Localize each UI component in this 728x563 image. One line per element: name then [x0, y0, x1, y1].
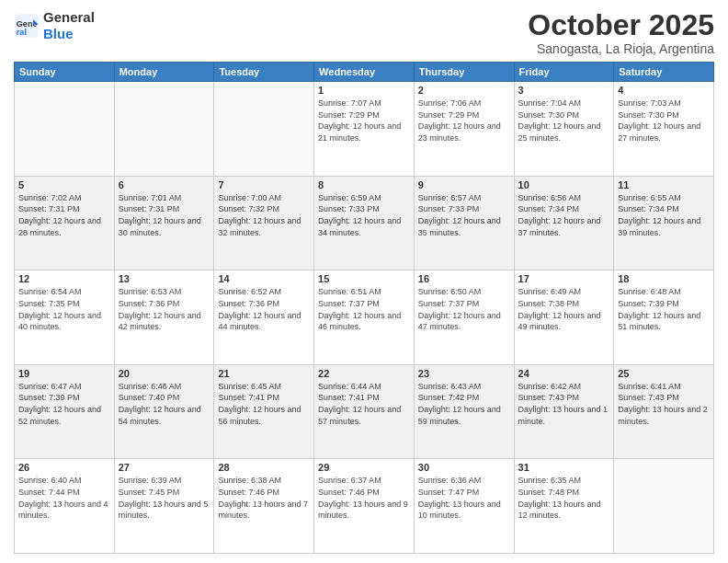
logo-icon: Gene ral	[14, 13, 40, 39]
calendar-week-row: 19Sunrise: 6:47 AM Sunset: 7:39 PM Dayli…	[15, 364, 714, 459]
month-title: October 2025	[528, 9, 714, 41]
day-number: 25	[618, 368, 710, 379]
col-thursday: Thursday	[414, 63, 514, 82]
day-info: Sunrise: 7:02 AM Sunset: 7:31 PM Dayligh…	[18, 192, 110, 238]
table-row: 28Sunrise: 6:38 AM Sunset: 7:46 PM Dayli…	[214, 459, 314, 554]
calendar-week-row: 1Sunrise: 7:07 AM Sunset: 7:29 PM Daylig…	[15, 82, 714, 177]
day-info: Sunrise: 7:01 AM Sunset: 7:31 PM Dayligh…	[119, 192, 210, 238]
day-number: 16	[418, 273, 510, 284]
logo-text: General Blue	[43, 9, 95, 42]
day-info: Sunrise: 6:57 AM Sunset: 7:33 PM Dayligh…	[418, 192, 510, 238]
table-row: 19Sunrise: 6:47 AM Sunset: 7:39 PM Dayli…	[15, 364, 115, 459]
table-row: 23Sunrise: 6:43 AM Sunset: 7:42 PM Dayli…	[414, 364, 514, 459]
day-number: 12	[18, 273, 110, 284]
table-row: 3Sunrise: 7:04 AM Sunset: 7:30 PM Daylig…	[514, 82, 614, 177]
col-wednesday: Wednesday	[314, 63, 415, 82]
table-row: 8Sunrise: 6:59 AM Sunset: 7:33 PM Daylig…	[314, 176, 415, 270]
table-row	[614, 459, 714, 554]
table-row: 26Sunrise: 6:40 AM Sunset: 7:44 PM Dayli…	[15, 459, 115, 554]
day-number: 22	[318, 368, 410, 379]
location-subtitle: Sanogasta, La Rioja, Argentina	[528, 41, 714, 56]
day-info: Sunrise: 7:06 AM Sunset: 7:29 PM Dayligh…	[418, 98, 510, 144]
day-info: Sunrise: 6:48 AM Sunset: 7:39 PM Dayligh…	[618, 286, 710, 332]
calendar-week-row: 12Sunrise: 6:54 AM Sunset: 7:35 PM Dayli…	[15, 270, 714, 365]
col-friday: Friday	[514, 63, 614, 82]
header: Gene ral General Blue October 2025 Sanog…	[14, 9, 714, 56]
day-number: 9	[418, 179, 510, 190]
day-info: Sunrise: 6:49 AM Sunset: 7:38 PM Dayligh…	[518, 286, 610, 332]
table-row	[114, 82, 214, 177]
day-info: Sunrise: 6:39 AM Sunset: 7:45 PM Dayligh…	[119, 475, 210, 521]
day-info: Sunrise: 6:38 AM Sunset: 7:46 PM Dayligh…	[218, 475, 310, 521]
day-number: 7	[218, 179, 310, 190]
calendar-week-row: 26Sunrise: 6:40 AM Sunset: 7:44 PM Dayli…	[15, 459, 714, 554]
day-number: 8	[318, 179, 410, 190]
day-number: 30	[418, 462, 510, 473]
table-row: 12Sunrise: 6:54 AM Sunset: 7:35 PM Dayli…	[15, 270, 115, 365]
table-row: 17Sunrise: 6:49 AM Sunset: 7:38 PM Dayli…	[514, 270, 614, 365]
col-sunday: Sunday	[15, 63, 115, 82]
day-number: 10	[518, 179, 610, 190]
calendar-header-row: Sunday Monday Tuesday Wednesday Thursday…	[15, 63, 714, 82]
logo: Gene ral General Blue	[14, 9, 95, 42]
day-info: Sunrise: 6:43 AM Sunset: 7:42 PM Dayligh…	[418, 381, 510, 427]
day-info: Sunrise: 6:56 AM Sunset: 7:34 PM Dayligh…	[518, 192, 610, 238]
calendar-table: Sunday Monday Tuesday Wednesday Thursday…	[14, 62, 714, 554]
table-row: 18Sunrise: 6:48 AM Sunset: 7:39 PM Dayli…	[614, 270, 714, 365]
table-row: 4Sunrise: 7:03 AM Sunset: 7:30 PM Daylig…	[614, 82, 714, 177]
day-info: Sunrise: 6:47 AM Sunset: 7:39 PM Dayligh…	[18, 381, 110, 427]
day-number: 14	[218, 273, 310, 284]
day-info: Sunrise: 6:50 AM Sunset: 7:37 PM Dayligh…	[418, 286, 510, 332]
table-row: 6Sunrise: 7:01 AM Sunset: 7:31 PM Daylig…	[114, 176, 214, 270]
table-row: 11Sunrise: 6:55 AM Sunset: 7:34 PM Dayli…	[614, 176, 714, 270]
day-number: 15	[318, 273, 410, 284]
svg-text:ral: ral	[17, 28, 27, 37]
table-row: 25Sunrise: 6:41 AM Sunset: 7:43 PM Dayli…	[614, 364, 714, 459]
day-info: Sunrise: 6:52 AM Sunset: 7:36 PM Dayligh…	[218, 286, 310, 332]
table-row: 10Sunrise: 6:56 AM Sunset: 7:34 PM Dayli…	[514, 176, 614, 270]
table-row: 20Sunrise: 6:46 AM Sunset: 7:40 PM Dayli…	[114, 364, 214, 459]
day-info: Sunrise: 6:53 AM Sunset: 7:36 PM Dayligh…	[119, 286, 210, 332]
day-number: 21	[218, 368, 310, 379]
day-info: Sunrise: 6:45 AM Sunset: 7:41 PM Dayligh…	[218, 381, 310, 427]
day-info: Sunrise: 6:59 AM Sunset: 7:33 PM Dayligh…	[318, 192, 410, 238]
table-row: 30Sunrise: 6:36 AM Sunset: 7:47 PM Dayli…	[414, 459, 514, 554]
table-row: 9Sunrise: 6:57 AM Sunset: 7:33 PM Daylig…	[414, 176, 514, 270]
table-row	[214, 82, 314, 177]
table-row: 2Sunrise: 7:06 AM Sunset: 7:29 PM Daylig…	[414, 82, 514, 177]
table-row: 16Sunrise: 6:50 AM Sunset: 7:37 PM Dayli…	[414, 270, 514, 365]
day-number: 4	[618, 85, 710, 96]
table-row: 13Sunrise: 6:53 AM Sunset: 7:36 PM Dayli…	[114, 270, 214, 365]
title-section: October 2025 Sanogasta, La Rioja, Argent…	[528, 9, 714, 56]
table-row: 29Sunrise: 6:37 AM Sunset: 7:46 PM Dayli…	[314, 459, 415, 554]
calendar-week-row: 5Sunrise: 7:02 AM Sunset: 7:31 PM Daylig…	[15, 176, 714, 270]
table-row: 7Sunrise: 7:00 AM Sunset: 7:32 PM Daylig…	[214, 176, 314, 270]
day-number: 2	[418, 85, 510, 96]
table-row	[15, 82, 115, 177]
day-info: Sunrise: 6:42 AM Sunset: 7:43 PM Dayligh…	[518, 381, 610, 427]
day-number: 27	[119, 462, 210, 473]
day-number: 29	[318, 462, 410, 473]
day-info: Sunrise: 6:36 AM Sunset: 7:47 PM Dayligh…	[418, 475, 510, 521]
day-info: Sunrise: 6:46 AM Sunset: 7:40 PM Dayligh…	[119, 381, 210, 427]
day-number: 3	[518, 85, 610, 96]
table-row: 31Sunrise: 6:35 AM Sunset: 7:48 PM Dayli…	[514, 459, 614, 554]
day-info: Sunrise: 6:44 AM Sunset: 7:41 PM Dayligh…	[318, 381, 410, 427]
table-row: 21Sunrise: 6:45 AM Sunset: 7:41 PM Dayli…	[214, 364, 314, 459]
col-tuesday: Tuesday	[214, 63, 314, 82]
day-number: 26	[18, 462, 110, 473]
day-number: 20	[119, 368, 210, 379]
day-number: 31	[518, 462, 610, 473]
day-info: Sunrise: 7:07 AM Sunset: 7:29 PM Dayligh…	[318, 98, 410, 144]
day-number: 24	[518, 368, 610, 379]
table-row: 22Sunrise: 6:44 AM Sunset: 7:41 PM Dayli…	[314, 364, 415, 459]
day-info: Sunrise: 6:35 AM Sunset: 7:48 PM Dayligh…	[518, 475, 610, 521]
day-info: Sunrise: 6:37 AM Sunset: 7:46 PM Dayligh…	[318, 475, 410, 521]
day-number: 18	[618, 273, 710, 284]
day-number: 28	[218, 462, 310, 473]
day-info: Sunrise: 6:54 AM Sunset: 7:35 PM Dayligh…	[18, 286, 110, 332]
col-monday: Monday	[114, 63, 214, 82]
table-row: 24Sunrise: 6:42 AM Sunset: 7:43 PM Dayli…	[514, 364, 614, 459]
day-number: 5	[18, 179, 110, 190]
day-info: Sunrise: 6:55 AM Sunset: 7:34 PM Dayligh…	[618, 192, 710, 238]
